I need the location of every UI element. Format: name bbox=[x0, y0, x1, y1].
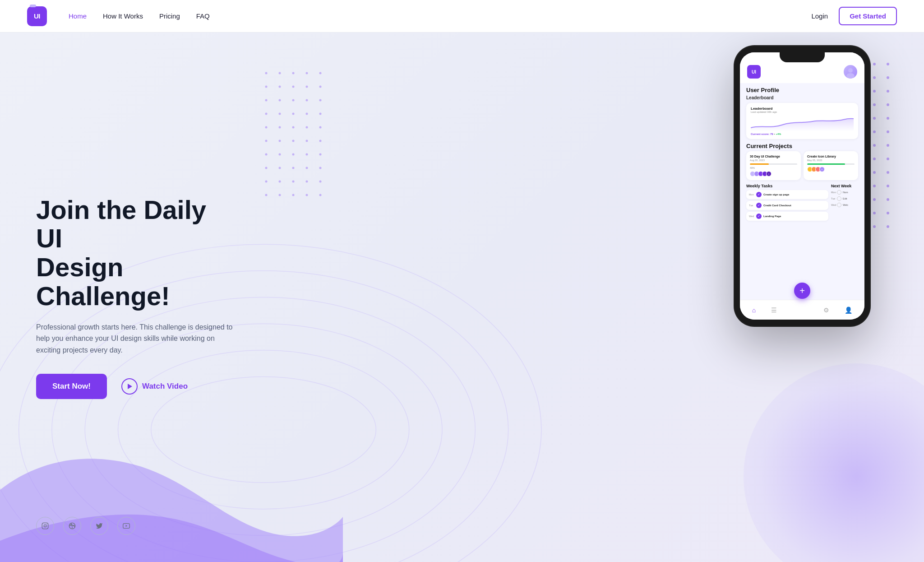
svg-point-100 bbox=[873, 225, 876, 228]
svg-point-129 bbox=[292, 140, 295, 142]
task-item-1: Mon ✓ Create sign up page bbox=[746, 190, 828, 199]
svg-point-23 bbox=[873, 76, 876, 79]
svg-point-125 bbox=[306, 126, 308, 129]
svg-point-37 bbox=[873, 103, 876, 106]
svg-point-145 bbox=[306, 181, 308, 183]
task-check-1: ✓ bbox=[756, 192, 762, 197]
svg-point-17 bbox=[887, 63, 889, 65]
nav-item-pricing[interactable]: Pricing bbox=[159, 12, 180, 20]
play-icon bbox=[121, 378, 138, 395]
phone-mockup: UI User Profile Leaderboard Leaderboard … bbox=[735, 46, 870, 326]
dot-pattern-left bbox=[262, 69, 334, 204]
svg-point-66 bbox=[887, 158, 889, 160]
play-triangle-icon bbox=[128, 384, 132, 389]
navbar: UI Home How It Works Pricing FAQ Login G… bbox=[0, 0, 924, 33]
svg-point-109 bbox=[292, 86, 295, 88]
svg-point-93 bbox=[873, 212, 876, 214]
svg-point-128 bbox=[279, 140, 281, 142]
svg-point-16 bbox=[873, 63, 876, 65]
task-check-2: ✓ bbox=[756, 203, 762, 208]
leaderboard-title: Leaderboard bbox=[746, 95, 858, 100]
phone-logo: UI bbox=[747, 65, 761, 79]
svg-point-144 bbox=[292, 181, 295, 183]
svg-point-151 bbox=[319, 194, 322, 196]
svg-point-115 bbox=[306, 99, 308, 102]
tasks-left: Weekly Tasks Mon ✓ Create sign up page T… bbox=[746, 184, 828, 223]
next-week-item-3: Wed Welc bbox=[831, 203, 858, 207]
svg-point-112 bbox=[265, 99, 268, 102]
nav-right: Login Get Started bbox=[811, 7, 897, 25]
svg-point-124 bbox=[292, 126, 295, 129]
svg-point-143 bbox=[279, 181, 281, 183]
leaderboard-chart bbox=[751, 115, 854, 131]
svg-point-104 bbox=[292, 72, 295, 74]
svg-point-118 bbox=[279, 113, 281, 115]
svg-point-116 bbox=[319, 99, 322, 102]
phone-avatar bbox=[844, 65, 857, 79]
svg-point-132 bbox=[265, 153, 268, 156]
svg-point-119 bbox=[292, 113, 295, 115]
settings-nav-icon[interactable]: ⚙ bbox=[823, 307, 829, 314]
svg-point-44 bbox=[873, 117, 876, 120]
svg-point-58 bbox=[873, 144, 876, 147]
logo-icon: UI bbox=[27, 6, 47, 26]
svg-point-146 bbox=[319, 181, 322, 183]
svg-point-139 bbox=[292, 167, 295, 169]
twitter-icon[interactable] bbox=[90, 517, 108, 535]
nav-item-how-it-works[interactable]: How It Works bbox=[103, 12, 143, 20]
nav-item-home[interactable]: Home bbox=[69, 12, 87, 20]
start-now-button[interactable]: Start Now! bbox=[36, 374, 107, 399]
user-profile-title: User Profile bbox=[746, 87, 858, 93]
hero-section: // We'll generate dots inline via SVG Jo… bbox=[0, 33, 924, 562]
svg-point-86 bbox=[873, 198, 876, 201]
list-nav-icon[interactable]: ☰ bbox=[771, 307, 777, 314]
svg-point-45 bbox=[887, 117, 889, 120]
progress-bar-1 bbox=[750, 163, 797, 165]
nav-item-faq[interactable]: FAQ bbox=[196, 12, 210, 20]
instagram-icon[interactable] bbox=[36, 517, 54, 535]
svg-point-72 bbox=[873, 171, 876, 174]
project-card-1: 30 Day UI Challenge Aug 20, 2023 40% bbox=[746, 151, 801, 180]
svg-point-138 bbox=[279, 167, 281, 169]
svg-point-94 bbox=[887, 212, 889, 214]
dribbble-icon[interactable] bbox=[63, 517, 81, 535]
svg-point-80 bbox=[887, 185, 889, 187]
get-started-button[interactable]: Get Started bbox=[839, 7, 897, 25]
svg-point-133 bbox=[279, 153, 281, 156]
svg-point-73 bbox=[887, 171, 889, 174]
project-avatars-1: + bbox=[750, 171, 797, 176]
svg-point-153 bbox=[846, 73, 855, 79]
fab-button[interactable]: + bbox=[794, 283, 810, 299]
svg-point-30 bbox=[873, 90, 876, 93]
leaderboard-card: Leaderboard Last updated 36h ago bbox=[746, 103, 858, 139]
next-week-item-2: Tue Edit bbox=[831, 196, 858, 201]
current-projects-title: Current Projects bbox=[746, 143, 858, 149]
svg-point-134 bbox=[292, 153, 295, 156]
login-button[interactable]: Login bbox=[811, 12, 828, 20]
nav-logo[interactable]: UI bbox=[27, 6, 47, 26]
svg-point-103 bbox=[279, 72, 281, 74]
svg-point-131 bbox=[319, 140, 322, 142]
svg-point-130 bbox=[306, 140, 308, 142]
projects-row: 30 Day UI Challenge Aug 20, 2023 40% bbox=[746, 151, 858, 180]
svg-point-111 bbox=[319, 86, 322, 88]
task-item-2: Tue ✓ Credit Card Checkout bbox=[746, 201, 828, 210]
youtube-icon[interactable] bbox=[117, 517, 135, 535]
home-nav-icon[interactable]: ⌂ bbox=[752, 307, 756, 314]
svg-point-8 bbox=[46, 524, 47, 525]
task-check-3: ✓ bbox=[756, 214, 762, 219]
watch-video-button[interactable]: Watch Video bbox=[121, 378, 188, 395]
social-icons bbox=[36, 517, 135, 535]
svg-point-87 bbox=[887, 198, 889, 201]
svg-point-126 bbox=[319, 126, 322, 129]
svg-point-136 bbox=[319, 153, 322, 156]
svg-point-152 bbox=[848, 68, 853, 73]
profile-nav-icon[interactable]: 👤 bbox=[845, 307, 852, 314]
tasks-right: Next Week Mon Nom Tue Edit bbox=[831, 184, 858, 223]
svg-point-7 bbox=[44, 525, 46, 527]
blob-right bbox=[744, 363, 924, 562]
hero-title: Join the Daily UI Design Challenge! bbox=[36, 195, 235, 311]
hero-buttons: Start Now! Watch Video bbox=[36, 374, 235, 399]
svg-point-110 bbox=[306, 86, 308, 88]
svg-point-52 bbox=[887, 130, 889, 133]
